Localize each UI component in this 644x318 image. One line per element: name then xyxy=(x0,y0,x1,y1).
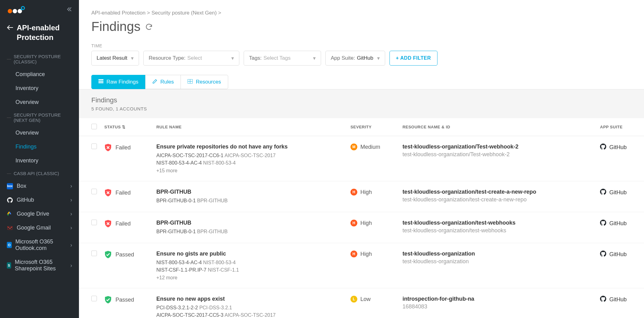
back-arrow-icon[interactable] xyxy=(7,25,14,32)
svg-rect-7 xyxy=(98,82,103,83)
status-cell: Failed xyxy=(104,189,149,197)
resource-name[interactable]: test-kloudless-organization xyxy=(402,251,593,257)
sidebar-section-label: CASB API (CLASSIC) xyxy=(0,168,79,179)
resource-name[interactable]: introspection-for-github-na xyxy=(402,296,593,302)
resource-name[interactable]: test-kloudless-organization/Test-webhook… xyxy=(402,144,593,150)
chevron-right-icon: › xyxy=(70,262,72,269)
rule-title[interactable]: Ensure no new apps exist xyxy=(156,296,343,302)
sort-icon: ⇅ xyxy=(122,125,126,129)
rule-tags: BPR-GITHUB-0-1 BPR-GITHUB xyxy=(156,228,343,235)
page-title: Findings xyxy=(91,19,141,34)
refresh-icon[interactable] xyxy=(145,19,153,34)
panel-subtitle: 5 FOUND, 1 ACCOUNTS xyxy=(91,106,632,111)
status-cell: Failed xyxy=(104,144,149,152)
tab-icon xyxy=(188,79,193,85)
svg-point-1 xyxy=(13,9,17,13)
filter-app-suite[interactable]: App Suite: GitHub ▾ xyxy=(325,51,385,66)
chevron-down-icon: ▾ xyxy=(313,55,316,62)
more-link[interactable]: +15 more xyxy=(156,168,343,174)
chevron-right-icon: › xyxy=(70,242,72,248)
table-row: FailedBPR-GITHUBBPR-GITHUB-0-1 BPR-GITHU… xyxy=(79,181,644,212)
chevron-down-icon: ▾ xyxy=(131,55,134,62)
row-checkbox[interactable] xyxy=(91,251,97,256)
severity-badge: M xyxy=(350,144,357,150)
chevron-right-icon: › xyxy=(70,211,72,217)
column-header[interactable]: APP SUITE xyxy=(596,118,644,136)
column-header[interactable]: RULE NAME xyxy=(153,118,347,136)
tab-raw-findings[interactable]: Raw Findings xyxy=(91,75,146,89)
filter-resource-type[interactable]: Resource Type: Select ▾ xyxy=(143,51,239,66)
view-tabs: Raw FindingsRulesResources xyxy=(79,75,644,89)
column-header[interactable]: RESOURCE NAME & ID xyxy=(399,118,596,136)
resource-name[interactable]: test-kloudless-organization/test-webhook… xyxy=(402,220,593,226)
sidebar-item-overview[interactable]: Overview xyxy=(0,95,79,109)
breadcrumb: API-enabled Protection > Security postur… xyxy=(79,0,644,16)
sidebar-item-github[interactable]: GitHub› xyxy=(0,193,79,207)
rule-title[interactable]: Ensure private repositories do not have … xyxy=(156,144,343,150)
github-icon xyxy=(600,189,606,196)
table-row: FailedEnsure private repositories do not… xyxy=(79,136,644,181)
more-link[interactable]: +12 more xyxy=(156,275,343,281)
app-suite: GitHub xyxy=(600,296,640,303)
sidebar-item-overview[interactable]: Overview xyxy=(0,126,79,140)
tab-resources[interactable]: Resources xyxy=(181,75,228,89)
sidebar-item-inventory[interactable]: Inventory xyxy=(0,154,79,168)
row-checkbox[interactable] xyxy=(91,144,97,149)
sidebar-item-box[interactable]: boxBox› xyxy=(0,179,79,193)
chevron-right-icon: › xyxy=(70,183,72,189)
sidebar-section-label: SECURITY POSTURE (NEXT GEN) xyxy=(0,109,79,126)
select-all-checkbox[interactable] xyxy=(91,124,97,129)
github-icon xyxy=(600,251,606,258)
sidebar-collapse-icon[interactable] xyxy=(67,7,72,13)
rule-tags: PCI-DSS-3.2.1-2-2 PCI-DSS-3.2.1AICPA-SOC… xyxy=(156,304,343,318)
severity: HHigh xyxy=(350,189,395,196)
resource-name[interactable]: test-kloudless-organization/test-create-… xyxy=(402,189,593,195)
resource-id: test-kloudless-organization xyxy=(402,258,593,265)
rule-title[interactable]: Ensure no gists are public xyxy=(156,251,343,257)
table-row: FailedBPR-GITHUBBPR-GITHUB-0-1 BPR-GITHU… xyxy=(79,212,644,243)
status-cell: Passed xyxy=(104,296,149,304)
severity: MMedium xyxy=(350,144,395,150)
filter-tags[interactable]: Tags: Select Tags ▾ xyxy=(244,51,321,66)
sidebar: API-enabled Protection SECURITY POSTURE … xyxy=(0,0,79,318)
severity-badge: H xyxy=(350,220,357,226)
chevron-down-icon: ▾ xyxy=(377,55,380,62)
severity: LLow xyxy=(350,296,395,303)
chevron-down-icon: ▾ xyxy=(231,55,234,62)
app-suite: GitHub xyxy=(600,144,640,151)
severity-badge: H xyxy=(350,251,357,257)
filters-section-label: TIME xyxy=(79,43,644,51)
sidebar-title: API-enabled Protection xyxy=(17,23,72,42)
row-checkbox[interactable] xyxy=(91,220,97,225)
logo xyxy=(7,6,25,14)
table-row: PassedEnsure no gists are publicNIST-800… xyxy=(79,243,644,288)
sidebar-item-compliance[interactable]: Compliance xyxy=(0,67,79,81)
panel-title: Findings xyxy=(91,96,632,104)
column-header[interactable]: STATUS ⇅ xyxy=(101,118,153,136)
add-filter-button[interactable]: + ADD FILTER xyxy=(389,51,437,66)
github-icon xyxy=(600,220,606,227)
resource-id: 16884083 xyxy=(402,303,593,310)
sidebar-item-microsoft-o365-sharepoint-sites[interactable]: SMicrosoft O365 Sharepoint Sites› xyxy=(0,255,79,276)
row-checkbox[interactable] xyxy=(91,296,97,301)
sidebar-item-findings[interactable]: Findings xyxy=(0,140,79,154)
tab-icon xyxy=(98,79,103,85)
filter-latest-result[interactable]: Latest Result ▾ xyxy=(91,51,139,66)
sidebar-item-inventory[interactable]: Inventory xyxy=(0,81,79,95)
rule-title[interactable]: BPR-GITHUB xyxy=(156,220,343,226)
github-icon xyxy=(600,144,606,151)
row-checkbox[interactable] xyxy=(91,189,97,194)
severity: HHigh xyxy=(350,251,395,257)
rule-title[interactable]: BPR-GITHUB xyxy=(156,189,343,195)
filter-bar: Latest Result ▾ Resource Type: Select ▾ … xyxy=(79,51,644,75)
sidebar-item-google-drive[interactable]: Google Drive› xyxy=(0,207,79,221)
sidebar-item-microsoft-o365-outlook.com[interactable]: OMicrosoft O365 Outlook.com› xyxy=(0,235,79,255)
sidebar-item-google-gmail[interactable]: Google Gmail› xyxy=(0,221,79,235)
tab-rules[interactable]: Rules xyxy=(145,75,181,89)
resource-id: test-kloudless-organization/test-webhook… xyxy=(402,227,593,234)
app-suite: GitHub xyxy=(600,251,640,258)
svg-rect-6 xyxy=(98,81,103,82)
svg-point-0 xyxy=(8,9,12,13)
rule-tags: AICPA-SOC-TSC-2017-CC6-1 AICPA-SOC-TSC-2… xyxy=(156,152,343,167)
column-header[interactable]: SEVERITY xyxy=(347,118,399,136)
